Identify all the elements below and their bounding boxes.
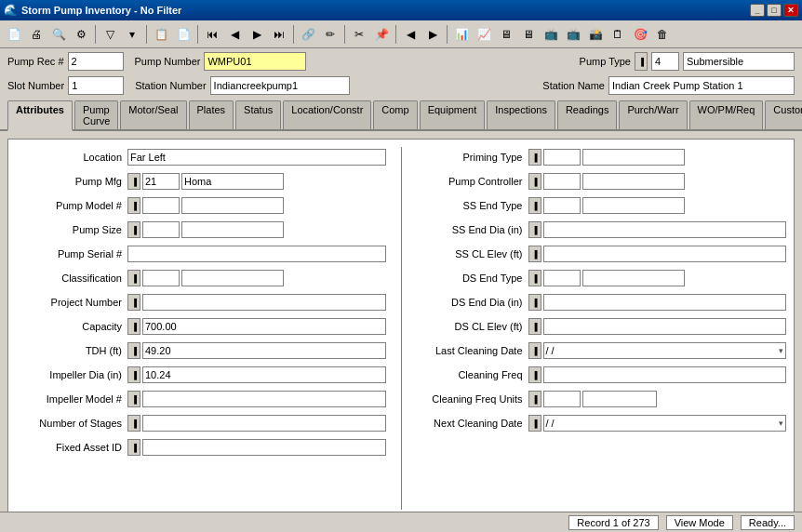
- minimize-button[interactable]: _: [750, 4, 765, 17]
- pump-number-input[interactable]: [204, 52, 306, 71]
- last-cleaning-date-field[interactable]: / / ▾: [543, 342, 787, 359]
- print-button[interactable]: 🖨: [26, 24, 47, 45]
- pump-model-btn[interactable]: ▐: [127, 197, 140, 214]
- slot-number-input[interactable]: [68, 76, 124, 95]
- tdh-input[interactable]: [142, 342, 386, 359]
- first-button[interactable]: ⏮: [202, 24, 222, 45]
- impeller-model-input[interactable]: [142, 391, 386, 407]
- location-input[interactable]: [127, 149, 386, 166]
- report-btn2[interactable]: 📈: [474, 24, 494, 45]
- tab-pump-curve[interactable]: Pump Curve: [74, 100, 118, 129]
- next-button[interactable]: ▶: [247, 24, 267, 45]
- classification-btn[interactable]: ▐: [127, 270, 140, 286]
- link-button[interactable]: 🔗: [298, 24, 318, 45]
- pump-serial-input[interactable]: [127, 246, 386, 262]
- tab-custom[interactable]: Custom: [765, 100, 802, 129]
- pump-rec-input[interactable]: [68, 52, 124, 71]
- pump-size-code[interactable]: [142, 221, 180, 238]
- ds-end-dia-input[interactable]: [543, 294, 787, 311]
- cleaning-freq-units-value[interactable]: [582, 391, 657, 407]
- screen-btn1[interactable]: 🖥: [496, 24, 516, 45]
- pump-size-btn[interactable]: ▐: [127, 221, 140, 238]
- note-button[interactable]: 🗒: [608, 24, 628, 45]
- capacity-input[interactable]: [142, 318, 386, 335]
- cleaning-freq-btn[interactable]: ▐: [528, 366, 541, 383]
- station-name-input[interactable]: [608, 76, 795, 95]
- impeller-dia-btn[interactable]: ▐: [127, 366, 140, 383]
- cleaning-freq-units-btn[interactable]: ▐: [528, 391, 541, 407]
- tv-btn1[interactable]: 📺: [541, 24, 561, 45]
- report-btn1[interactable]: 📊: [451, 24, 472, 45]
- pump-model-code[interactable]: [142, 197, 180, 214]
- ss-end-dia-btn[interactable]: ▐: [528, 221, 541, 238]
- ss-end-type-code[interactable]: [543, 197, 581, 214]
- filter-button[interactable]: ▽: [100, 24, 120, 45]
- screen-btn2[interactable]: 🖥: [518, 24, 539, 45]
- target-button[interactable]: 🎯: [630, 24, 650, 45]
- tab-wo-pm-req[interactable]: WO/PM/Req: [689, 100, 764, 129]
- ds-end-type-value[interactable]: [582, 270, 685, 286]
- edit-button[interactable]: ✏: [320, 24, 341, 45]
- delete-button[interactable]: 🗑: [652, 24, 673, 45]
- search-button[interactable]: 🔍: [48, 24, 69, 45]
- tab-attributes[interactable]: Attributes: [7, 100, 73, 131]
- cleaning-freq-units-code[interactable]: [543, 391, 581, 407]
- stages-btn[interactable]: ▐: [127, 415, 140, 432]
- pump-controller-btn[interactable]: ▐: [528, 173, 541, 190]
- pump-mfg-btn[interactable]: ▐: [127, 173, 140, 190]
- pump-mfg-value[interactable]: [181, 173, 284, 190]
- pump-type-code[interactable]: [651, 52, 679, 71]
- impeller-model-btn[interactable]: ▐: [127, 391, 140, 407]
- tab-readings[interactable]: Readings: [557, 100, 617, 129]
- priming-type-btn[interactable]: ▐: [528, 149, 541, 166]
- ss-end-dia-input[interactable]: [543, 221, 787, 238]
- photo-button[interactable]: 📸: [585, 24, 606, 45]
- ss-end-type-btn[interactable]: ▐: [528, 197, 541, 214]
- tab-motor-seal[interactable]: Motor/Seal: [120, 100, 186, 129]
- ds-cl-elev-btn[interactable]: ▐: [528, 318, 541, 335]
- close-button[interactable]: ✕: [783, 4, 798, 17]
- fixed-asset-input[interactable]: [142, 439, 386, 456]
- copy-button[interactable]: 📋: [151, 24, 171, 45]
- prev-button[interactable]: ◀: [224, 24, 245, 45]
- maximize-button[interactable]: □: [767, 4, 782, 17]
- station-number-input[interactable]: [210, 76, 350, 95]
- fixed-asset-btn[interactable]: ▐: [127, 439, 140, 456]
- pump-controller-code[interactable]: [543, 173, 581, 190]
- tab-comp[interactable]: Comp: [373, 100, 417, 129]
- last-cleaning-date-btn[interactable]: ▐: [528, 342, 541, 359]
- priming-type-code[interactable]: [543, 149, 581, 166]
- tab-status[interactable]: Status: [235, 100, 281, 129]
- tab-location-constr[interactable]: Location/Constr: [283, 100, 371, 129]
- tab-inspections[interactable]: Inspections: [487, 100, 555, 129]
- pump-controller-value[interactable]: [582, 173, 685, 190]
- pump-model-value[interactable]: [181, 197, 284, 214]
- ss-cl-elev-btn[interactable]: ▐: [528, 246, 541, 262]
- ds-end-type-code[interactable]: [543, 270, 581, 286]
- pump-mfg-code[interactable]: [142, 173, 180, 190]
- impeller-dia-input[interactable]: [142, 366, 386, 383]
- tv-btn2[interactable]: 📺: [563, 24, 583, 45]
- ds-end-type-btn[interactable]: ▐: [528, 270, 541, 286]
- back-button[interactable]: ◀: [400, 24, 421, 45]
- paste-button[interactable]: 📄: [173, 24, 194, 45]
- forward-button[interactable]: ▶: [422, 24, 443, 45]
- tab-equipment[interactable]: Equipment: [420, 100, 486, 129]
- ds-cl-elev-input[interactable]: [543, 318, 787, 335]
- cut-button[interactable]: ✂: [349, 24, 369, 45]
- pump-size-value[interactable]: [181, 221, 284, 238]
- settings-button[interactable]: ⚙: [71, 24, 91, 45]
- project-number-btn[interactable]: ▐: [127, 294, 140, 311]
- next-cleaning-date-dropdown[interactable]: ▾: [779, 419, 783, 428]
- classification-value[interactable]: [181, 270, 284, 286]
- tab-plates[interactable]: Plates: [189, 100, 234, 129]
- ds-end-dia-btn[interactable]: ▐: [528, 294, 541, 311]
- filter-dropdown[interactable]: ▾: [122, 24, 142, 45]
- ss-cl-elev-input[interactable]: [543, 246, 787, 262]
- capacity-btn[interactable]: ▐: [127, 318, 140, 335]
- new-button[interactable]: 📄: [4, 24, 24, 45]
- tab-purch-warr[interactable]: Purch/Warr: [619, 100, 687, 129]
- ss-end-type-value[interactable]: [582, 197, 685, 214]
- pin-button[interactable]: 📌: [371, 24, 392, 45]
- last-button[interactable]: ⏭: [269, 24, 289, 45]
